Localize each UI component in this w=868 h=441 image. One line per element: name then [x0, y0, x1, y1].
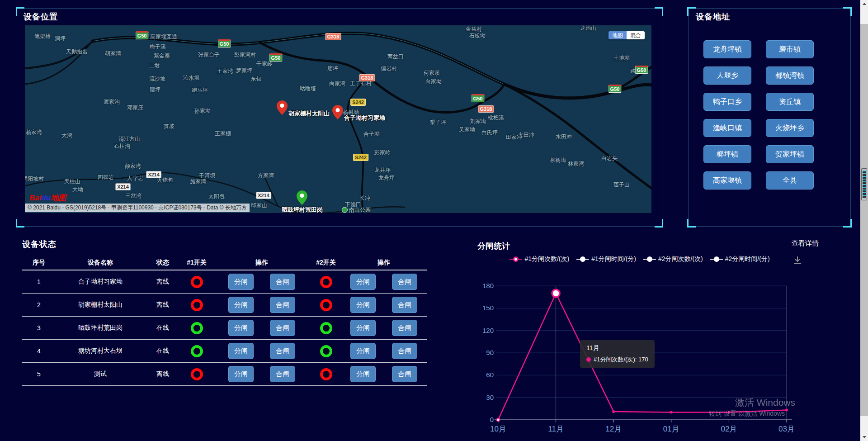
map-place-label: 大湾	[61, 132, 72, 140]
scrollbar-down-button[interactable]	[860, 433, 868, 441]
map-type-hybrid-button[interactable]: 混合	[627, 31, 645, 39]
address-button-3[interactable]: 大堰乡	[703, 66, 751, 85]
table-header-cell: #2开关	[311, 259, 341, 267]
tooltip-entry: #1分闸次数/(次): 170	[586, 356, 648, 364]
switch-2-indicator	[311, 345, 341, 357]
activate-windows-watermark-sub: 转到“设置”以激活 Windows	[709, 410, 785, 418]
status-light-green-icon	[320, 322, 332, 334]
close-switch-2-button[interactable]: 合闸	[392, 274, 417, 290]
baidu-logo-suffix: 地图	[51, 194, 66, 202]
open-switch-1-button[interactable]: 分闸	[228, 297, 254, 313]
scrollbar-thumb[interactable]	[860, 24, 868, 416]
switch-2-indicator	[311, 299, 341, 311]
map-place-label: 土地坳	[613, 54, 630, 62]
svg-text:150: 150	[482, 304, 494, 312]
map-place-label: 田家冲	[506, 133, 522, 141]
map-place-label: 太阳包	[208, 193, 225, 200]
close-switch-1-button[interactable]: 合闸	[270, 297, 295, 313]
close-switch-1-button[interactable]: 合闸	[270, 274, 295, 290]
switch-1-indicator	[181, 276, 212, 288]
address-button-8[interactable]: 火烧坪乡	[766, 119, 814, 137]
open-switch-1-button[interactable]: 分闸	[228, 343, 254, 359]
tooltip-title: 11月	[586, 344, 648, 352]
address-button-10[interactable]: 贺家坪镇	[766, 145, 814, 163]
road-shield: G50	[269, 53, 283, 62]
page-scrollbar[interactable]	[860, 0, 868, 441]
table-row: 1合子坳村习家坳离线分闸合闸分闸合闸	[22, 270, 427, 294]
road-shield: G318	[478, 105, 494, 113]
switch-1-indicator	[181, 345, 212, 357]
map-place-label: 洞坪	[55, 35, 66, 43]
road-shield: S242	[350, 99, 366, 106]
close-switch-1-button[interactable]: 合闸	[270, 320, 295, 336]
legend-item-3[interactable]: #2分闸次数/(次)	[643, 255, 703, 263]
map-place-label: 贯坡	[164, 123, 175, 130]
svg-text:120: 120	[482, 327, 494, 334]
map-marker-pin[interactable]	[297, 190, 307, 205]
corner-bracket	[655, 219, 663, 228]
map-place-label: 高家堰互通	[150, 33, 177, 41]
address-button-9[interactable]: 榔坪镇	[703, 145, 751, 163]
close-switch-2-button[interactable]: 合闸	[392, 297, 417, 313]
close-switch-1-button[interactable]: 合闸	[270, 366, 295, 382]
scrollbar-widget[interactable]	[861, 168, 867, 200]
table-header-row: 序号设备名称状态#1开关操作#2开关操作	[22, 256, 427, 270]
open-switch-2-button[interactable]: 分闸	[350, 366, 376, 382]
road-shield: G318	[326, 33, 341, 40]
baidu-logo[interactable]: Baidu地图	[29, 193, 66, 203]
up-arrow-icon	[863, 3, 866, 5]
close-switch-1-button[interactable]: 合闸	[270, 343, 295, 359]
switch-2-indicator	[311, 276, 341, 288]
svg-text:12月: 12月	[605, 425, 622, 433]
open-switch-2-button[interactable]: 分闸	[350, 297, 376, 313]
map-marker-pin[interactable]	[277, 100, 288, 115]
operation-cell: 分闸合闸	[212, 343, 311, 359]
map-place-label: 龙池山	[580, 25, 596, 32]
close-switch-2-button[interactable]: 合闸	[392, 320, 417, 336]
address-button-2[interactable]: 磨市镇	[766, 40, 814, 58]
activate-windows-watermark: 激活 Windows	[735, 396, 795, 409]
svg-text:01月: 01月	[663, 425, 679, 433]
legend-marker-icon	[643, 256, 656, 262]
map-marker-pin[interactable]	[332, 105, 343, 119]
status-light-red-icon	[191, 368, 203, 380]
open-switch-2-button[interactable]: 分闸	[350, 320, 376, 336]
table-header-cell: 设备名称	[56, 259, 145, 267]
download-icon[interactable]	[793, 255, 802, 267]
map-type-map-button[interactable]: 地图	[609, 31, 627, 39]
baidu-map[interactable]: 笔架槽洞坪天鹅抱蛋胡家湾高家堰互通梅子溪紫金寨二墩流沙坡沁水坝腰坪跑马坪渡家沟邓…	[25, 25, 651, 213]
map-place-label: 邱家山	[251, 202, 267, 209]
open-switch-1-button[interactable]: 分闸	[228, 320, 254, 336]
address-button-12[interactable]: 全县	[766, 171, 814, 190]
map-place-label: 林家湾	[568, 160, 584, 168]
legend-item-2[interactable]: #1分闸时间/(分)	[576, 255, 636, 263]
address-button-6[interactable]: 资丘镇	[766, 93, 814, 111]
address-button-5[interactable]: 鸭子口乡	[703, 93, 751, 111]
svg-text:180: 180	[482, 282, 494, 289]
open-switch-1-button[interactable]: 分闸	[228, 274, 254, 290]
address-button-4[interactable]: 都镇湾镇	[766, 66, 814, 85]
road-shield: X214	[115, 183, 131, 190]
operation-cell: 分闸合闸	[341, 274, 427, 290]
close-switch-2-button[interactable]: 合闸	[392, 343, 417, 359]
open-switch-1-button[interactable]: 分闸	[228, 366, 254, 382]
address-button-11[interactable]: 高家堰镇	[703, 171, 751, 190]
table-header-cell: #1开关	[181, 259, 212, 267]
legend-item-4[interactable]: #2分闸时间/(分)	[710, 255, 770, 263]
legend-item-1[interactable]: #1分闸次数/(次)	[509, 255, 569, 263]
status-light-red-icon	[320, 299, 332, 311]
operation-cell: 分闸合闸	[341, 297, 427, 313]
map-place-label: 腰坪	[150, 86, 160, 94]
open-switch-2-button[interactable]: 分闸	[350, 274, 376, 290]
view-details-link[interactable]: 查看详情	[792, 239, 819, 248]
map-place-label: 孙家坳	[194, 107, 211, 115]
address-button-1[interactable]: 龙舟坪镇	[703, 40, 751, 58]
address-button-7[interactable]: 渔峡口镇	[703, 119, 751, 137]
status-light-green-icon	[191, 345, 203, 357]
table-cell: 塘坊河村大石坝	[56, 347, 145, 355]
close-switch-2-button[interactable]: 合闸	[392, 366, 417, 382]
scrollbar-up-button[interactable]	[860, 0, 868, 8]
corner-bracket	[655, 7, 663, 16]
open-switch-2-button[interactable]: 分闸	[350, 343, 376, 359]
map-place-label: 杨家湾	[26, 128, 42, 136]
